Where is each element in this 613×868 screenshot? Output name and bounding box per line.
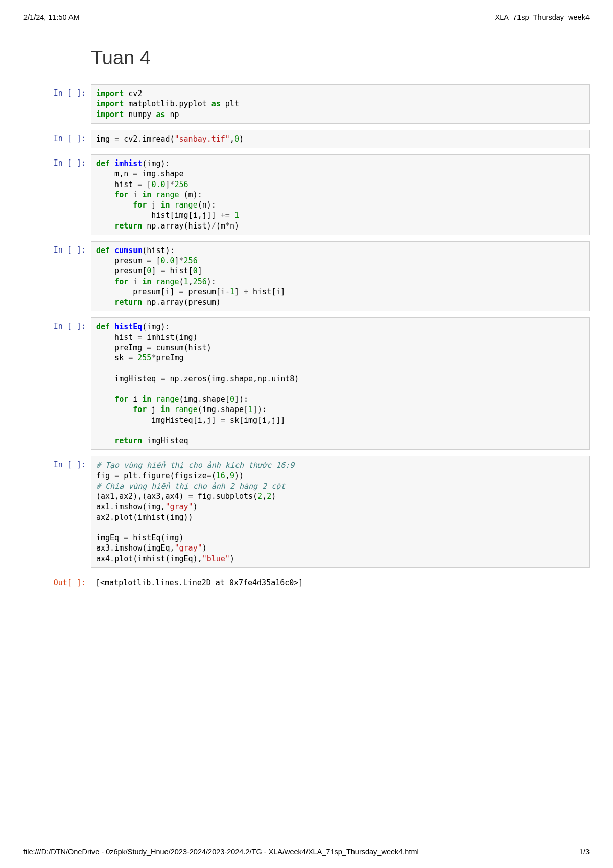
code-token: . — [198, 395, 202, 404]
code-token: , — [188, 277, 193, 286]
code-token: ax4 — [96, 554, 110, 563]
code-input: # Tạo vùng hiển thị cho ảnh kích thước 1… — [91, 456, 590, 568]
code-token: # Chia vùng hiển thị cho ảnh 2 hàng 2 cộ… — [96, 482, 285, 491]
code-token: . — [225, 374, 230, 383]
code-token: hist — [96, 180, 137, 189]
code-token: , — [225, 471, 230, 481]
code-token: shape[ — [221, 405, 248, 414]
code-token: ( — [211, 471, 216, 481]
code-token: fig — [193, 492, 211, 501]
code-token: m,n — [96, 169, 133, 178]
code-token: in — [142, 395, 151, 404]
code-token: . — [110, 543, 114, 553]
code-token: 1 — [248, 405, 253, 414]
code-token: (img): — [142, 159, 170, 168]
input-prompt: In [ ]: — [23, 317, 91, 450]
code-token: ]): — [234, 395, 248, 404]
notebook-page: Tuan 4 In [ ]:import cv2 import matplotl… — [0, 21, 613, 591]
code-token: = — [207, 471, 211, 481]
code-token: plt — [221, 99, 239, 108]
code-token: zeros(img — [184, 374, 225, 383]
code-token: += — [221, 211, 230, 220]
code-token: array(presum) — [160, 298, 220, 307]
code-input: def cumsum(hist): presum = [0.0]*256 pre… — [91, 241, 590, 312]
code-token: 1 — [234, 211, 239, 220]
code-token — [96, 436, 114, 445]
code-token: ax2 — [96, 513, 110, 522]
code-token: 0.0 — [151, 180, 165, 189]
code-token: i — [128, 190, 142, 199]
code-token: imhist(img) — [142, 333, 197, 342]
code-token: ] — [175, 256, 179, 265]
code-token: j — [147, 200, 160, 210]
code-token: 2 — [267, 492, 271, 501]
code-token: 1 — [230, 287, 234, 296]
input-prompt: In [ ]: — [23, 241, 91, 312]
code-token: . — [211, 492, 216, 501]
code-token: (m — [216, 221, 225, 231]
code-token: "gray" — [165, 502, 193, 511]
code-token: . — [137, 471, 142, 481]
code-token: ax1 — [96, 502, 110, 511]
code-token: for — [114, 190, 128, 199]
code-token: 0.0 — [160, 256, 174, 265]
code-token: . — [179, 374, 184, 383]
code-token: (img — [179, 395, 198, 404]
code-token: n) — [230, 221, 239, 231]
code-token: ) — [239, 134, 244, 144]
code-token: plt — [119, 471, 137, 481]
code-token: fig — [96, 471, 114, 481]
code-token — [96, 221, 114, 231]
code-token: range — [156, 190, 179, 199]
code-token: "blue" — [202, 554, 230, 563]
code-token: "sanbay.tif" — [175, 134, 230, 144]
code-token: hist[img[i,j]] — [96, 211, 221, 220]
code-input: import cv2 import matplotlib.pyplot as p… — [91, 84, 590, 124]
code-token: in — [160, 200, 170, 210]
print-header-right: XLA_71sp_Thursday_week4 — [495, 13, 590, 21]
print-footer: file:///D:/DTN/OneDrive - 0z6pk/Study_Hn… — [0, 848, 613, 856]
code-token: = — [221, 416, 225, 425]
code-token: plot(imhist(imgEq), — [114, 554, 202, 563]
print-header-left: 2/1/24, 11:50 AM — [23, 13, 80, 21]
code-token — [230, 211, 234, 220]
code-token: return — [114, 221, 142, 231]
code-token: . — [216, 405, 221, 414]
code-token: imhist — [114, 159, 142, 168]
code-token: 0 — [193, 266, 198, 276]
code-token — [96, 405, 133, 414]
code-token: img — [96, 134, 114, 144]
code-token: preImg — [96, 343, 147, 352]
code-token: imgHisteq[i,j] — [96, 416, 221, 425]
code-token — [133, 353, 137, 362]
input-prompt: In [ ]: — [23, 130, 91, 148]
code-token: ) — [193, 502, 198, 511]
code-token: ax3 — [96, 543, 110, 553]
code-token: in — [160, 405, 170, 414]
code-token: , — [262, 492, 267, 501]
code-token: imshow(img, — [114, 502, 165, 511]
code-token: figure(figsize — [142, 471, 206, 481]
code-token: ] — [151, 266, 160, 276]
code-token: * — [170, 180, 175, 189]
code-cell: In [ ]:def histEq(img): hist = imhist(im… — [23, 317, 590, 450]
code-input: def histEq(img): hist = imhist(img) preI… — [91, 317, 590, 450]
code-token: ) — [230, 554, 234, 563]
code-input: def imhist(img): m,n = img.shape hist = … — [91, 154, 590, 235]
code-token: cv2 — [124, 89, 142, 98]
code-token: import — [96, 99, 124, 108]
code-token: hist[i] — [248, 287, 285, 296]
code-token: as — [211, 99, 221, 108]
code-token: = — [137, 333, 142, 342]
code-token: . — [137, 134, 142, 144]
code-token: plot(imhist(img)) — [114, 513, 193, 522]
code-token: def — [96, 246, 110, 255]
code-token: "gray" — [175, 543, 202, 553]
code-token: numpy — [124, 110, 156, 119]
code-token: import — [96, 89, 124, 98]
code-token — [96, 200, 133, 210]
print-footer-left: file:///D:/DTN/OneDrive - 0z6pk/Study_Hn… — [23, 848, 419, 856]
code-token: cumsum — [114, 246, 142, 255]
code-token: imread( — [142, 134, 174, 144]
code-token: 256 — [193, 277, 207, 286]
